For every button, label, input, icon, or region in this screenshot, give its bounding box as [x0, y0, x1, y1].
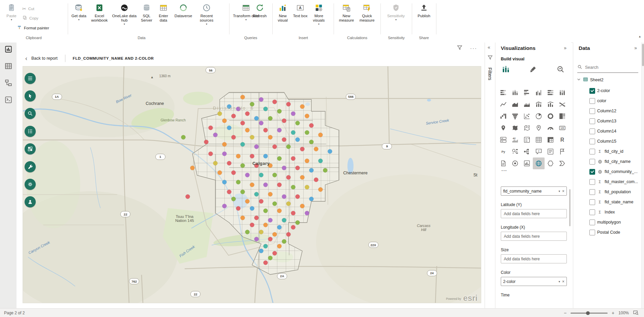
map-marker[interactable] [264, 182, 268, 187]
map-marker[interactable] [227, 126, 231, 130]
map-marker[interactable] [236, 154, 240, 158]
smart-narrative-icon[interactable] [545, 146, 556, 157]
map-marker[interactable] [222, 204, 226, 208]
quick-measure-button[interactable]: Quick measure [357, 3, 377, 23]
field-row[interactable]: ΣIndex [573, 207, 642, 217]
map-marker[interactable] [264, 260, 268, 265]
map-marker[interactable] [222, 119, 226, 123]
map-marker[interactable] [268, 218, 272, 222]
map-marker[interactable] [254, 145, 259, 149]
field-row[interactable]: 2-color [573, 86, 642, 96]
map-marker[interactable] [232, 135, 236, 140]
donut-chart-icon[interactable] [545, 110, 556, 122]
copy-button[interactable]: Copy [22, 15, 38, 21]
empty-field-well[interactable]: Add data fields here [501, 232, 567, 241]
map-account-button[interactable] [25, 196, 36, 207]
chevron-expanded-icon[interactable] [577, 77, 581, 83]
scatter-chart-icon[interactable] [521, 110, 533, 122]
filled-map-icon[interactable] [509, 122, 521, 134]
map-marker[interactable] [213, 133, 217, 137]
area-chart-icon[interactable] [509, 98, 521, 110]
map-marker[interactable] [254, 164, 259, 168]
map-search-button[interactable] [25, 108, 36, 119]
collapse-ribbon-button[interactable]: ▴ [639, 34, 641, 38]
map-marker[interactable] [213, 161, 217, 166]
publish-button[interactable]: Publish [415, 3, 433, 18]
map-marker[interactable] [291, 225, 295, 229]
map-marker[interactable] [236, 206, 240, 210]
map-cursor-button[interactable] [25, 90, 36, 102]
map-marker[interactable] [318, 159, 323, 163]
field-row[interactable]: fld_city_name [573, 156, 642, 167]
enter-data-button[interactable]: Enter data [156, 3, 171, 23]
excel-workbook-button[interactable]: Excel workbook [90, 3, 109, 23]
map-marker[interactable] [259, 249, 263, 253]
map-marker[interactable] [232, 171, 236, 175]
map-menu-button[interactable] [25, 73, 36, 84]
chevron-down-icon[interactable]: ▾ [558, 190, 560, 193]
map-marker[interactable] [273, 100, 277, 104]
field-row[interactable]: Column13 [573, 116, 642, 126]
field-row[interactable]: multipolygon [573, 217, 642, 227]
matrix-icon[interactable] [545, 134, 556, 146]
field-checkbox[interactable] [589, 169, 595, 175]
stacked-column-chart-icon[interactable] [509, 87, 521, 98]
table-icon[interactable] [533, 134, 545, 146]
map-marker[interactable] [236, 107, 240, 111]
goals-icon[interactable] [509, 157, 521, 169]
field-row[interactable]: Column15 [573, 136, 642, 146]
dataverse-button[interactable]: Dataverse [173, 3, 194, 18]
sensitivity-button[interactable]: Sensitivity▾ [385, 3, 407, 22]
field-pill[interactable]: fld_community_name▾× [501, 186, 567, 196]
map-marker[interactable] [241, 215, 245, 220]
map-marker[interactable] [241, 164, 245, 168]
map-marker[interactable] [218, 171, 222, 175]
map-marker[interactable] [264, 223, 268, 227]
map-marker[interactable] [250, 182, 254, 187]
map-marker[interactable] [264, 154, 268, 158]
field-checkbox[interactable] [589, 98, 595, 104]
map-marker[interactable] [264, 244, 268, 248]
empty-field-well[interactable]: Add data fields here [501, 254, 567, 263]
map-marker[interactable] [245, 199, 249, 203]
field-row[interactable]: color [573, 96, 642, 106]
line-and-stacked-column-chart-icon[interactable] [533, 98, 545, 110]
map-marker[interactable] [305, 114, 309, 118]
map-marker[interactable] [190, 166, 194, 170]
map-marker[interactable] [286, 201, 291, 206]
ribbon-chart-icon[interactable] [556, 98, 568, 110]
map-settings-button[interactable] [25, 179, 36, 190]
map-marker[interactable] [245, 230, 249, 234]
model-view-button[interactable] [4, 79, 12, 87]
field-row[interactable]: Σfld_population [573, 187, 642, 197]
map-marker[interactable] [264, 208, 268, 213]
scrollbar-thumb[interactable] [642, 44, 644, 66]
map-marker[interactable] [241, 142, 245, 147]
map-basemap-button[interactable] [25, 143, 36, 154]
map-marker[interactable] [318, 133, 323, 137]
dax-query-view-button[interactable] [4, 96, 12, 104]
map-marker[interactable] [300, 175, 304, 180]
stacked-bar-chart-icon[interactable] [497, 87, 509, 98]
waterfall-chart-icon[interactable] [497, 110, 509, 122]
zoom-slider-thumb[interactable] [586, 311, 590, 315]
map-marker[interactable] [254, 237, 259, 241]
data-pane-scrollbar[interactable] [641, 42, 644, 308]
map-marker[interactable] [241, 190, 245, 194]
get-data-button[interactable]: Get data▾ [70, 3, 88, 22]
arcgis-map-visual[interactable]: 1360 m▲CochraneBow RiverGlenbow RanchDiv… [23, 66, 481, 303]
map-marker[interactable] [245, 112, 249, 116]
map-marker[interactable] [282, 166, 286, 170]
field-checkbox[interactable] [589, 220, 595, 225]
search-input[interactable] [584, 65, 640, 70]
field-row[interactable]: Column12 [573, 106, 642, 116]
map-marker[interactable] [309, 197, 314, 201]
map-marker[interactable] [277, 182, 282, 187]
power-apps-icon[interactable] [545, 157, 556, 169]
slicer-icon[interactable] [521, 134, 533, 146]
line-and-clustered-column-chart-icon[interactable] [545, 98, 556, 110]
clustered-column-chart-icon[interactable] [533, 87, 545, 98]
field-checkbox[interactable] [589, 159, 595, 165]
map-marker[interactable] [250, 223, 254, 227]
map-marker[interactable] [181, 135, 185, 140]
